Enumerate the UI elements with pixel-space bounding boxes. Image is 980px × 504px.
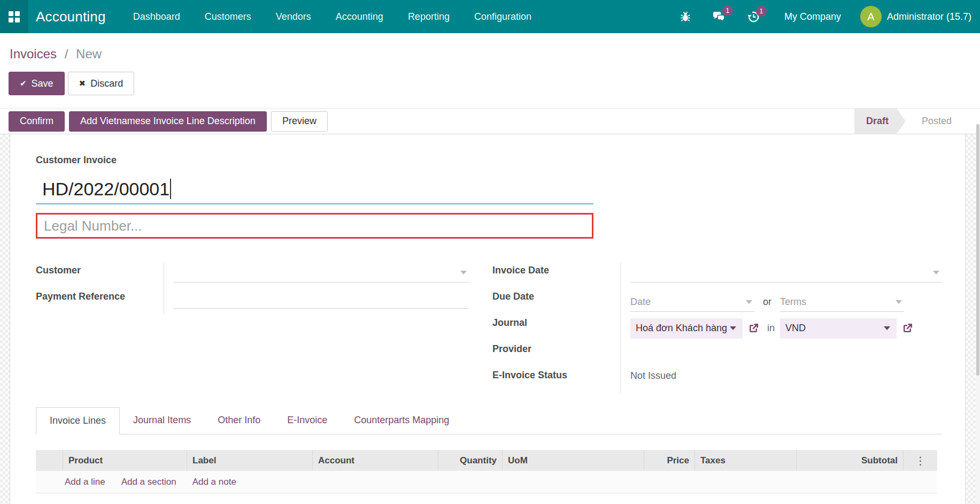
check-icon: ✔	[20, 79, 27, 88]
menu-configuration[interactable]: Configuration	[462, 0, 544, 33]
form-view: Customer Invoice HD/2022/00001 Customer …	[0, 134, 980, 504]
col-quantity: Quantity	[438, 450, 502, 471]
einvoice-status-label: E-Invoice Status	[492, 367, 621, 393]
activities-badge: 1	[756, 6, 767, 17]
due-date-placeholder: Date	[630, 296, 651, 308]
x-icon: ✖	[79, 79, 86, 88]
col-taxes: Taxes	[695, 450, 796, 471]
apps-menu-button[interactable]	[0, 0, 28, 33]
vertical-scrollbar[interactable]	[976, 124, 980, 504]
scrollbar-thumb[interactable]	[976, 124, 979, 376]
invoice-name-value: HD/2022/00001	[42, 179, 169, 199]
save-button[interactable]: ✔ Save	[9, 72, 65, 95]
menu-vendors[interactable]: Vendors	[264, 0, 323, 33]
payment-reference-label: Payment Reference	[36, 288, 164, 315]
table-header: Product Label Account Quantity UoM Price…	[36, 450, 937, 471]
journal-label: Journal	[492, 315, 621, 341]
payment-terms-input[interactable]: Terms	[780, 293, 904, 312]
chevron-down-icon	[460, 271, 467, 274]
invoice-date-input[interactable]	[630, 263, 942, 282]
activities-button[interactable]: 1	[747, 11, 760, 23]
col-account: Account	[312, 450, 438, 471]
form-sheet: Customer Invoice HD/2022/00001 Customer …	[10, 134, 966, 504]
in-label: in	[767, 323, 775, 334]
invoice-lines-table: Product Label Account Quantity UoM Price…	[36, 450, 937, 493]
breadcrumb-invoices[interactable]: Invoices	[10, 47, 57, 61]
document-type-label: Customer Invoice	[36, 155, 942, 166]
confirm-button[interactable]: Confirm	[9, 111, 65, 132]
user-menu[interactable]: Administrator (15.7)	[887, 11, 971, 22]
tab-counterparts-mapping[interactable]: Counterparts Mapping	[341, 407, 462, 434]
add-a-note-link[interactable]: Add a note	[192, 477, 236, 487]
discard-button[interactable]: ✖ Discard	[68, 72, 135, 95]
col-product: Product	[63, 450, 187, 471]
debug-button[interactable]	[680, 11, 691, 22]
text-cursor	[170, 179, 171, 199]
invoice-name-field[interactable]: HD/2022/00001	[36, 179, 593, 204]
top-navbar: Accounting Dashboard Customers Vendors A…	[0, 0, 980, 33]
state-draft[interactable]: Draft	[854, 109, 906, 134]
tab-e-invoice[interactable]: E-Invoice	[274, 407, 341, 434]
apps-grid-icon	[9, 11, 20, 22]
record-buttons: ✔ Save ✖ Discard	[9, 72, 980, 95]
messages-badge: 1	[722, 5, 733, 16]
menu-accounting[interactable]: Accounting	[323, 0, 396, 33]
chevron-down-icon	[896, 300, 902, 304]
topbar-right: 1 1 My Company A Administrator (15.7)	[669, 6, 980, 27]
payment-reference-input[interactable]	[174, 289, 469, 309]
tab-invoice-lines[interactable]: Invoice Lines	[36, 407, 120, 434]
discard-label: Discard	[90, 78, 123, 89]
einvoice-status-value: Not Issued	[621, 367, 942, 393]
chevron-down-icon	[884, 326, 890, 330]
chevron-down-icon	[730, 326, 736, 330]
chevron-down-icon	[933, 271, 939, 274]
col-price: Price	[644, 450, 695, 471]
journal-select[interactable]: Hoá đơn Khách hàng	[630, 318, 743, 339]
invoice-date-label: Invoice Date	[492, 262, 621, 288]
chevron-down-icon	[746, 300, 752, 304]
journal-value: Hoá đơn Khách hàng	[636, 323, 727, 334]
due-date-input[interactable]: Date	[630, 293, 754, 312]
add-a-section-link[interactable]: Add a section	[121, 477, 176, 487]
company-switcher[interactable]: My Company	[784, 11, 841, 22]
tab-other-info[interactable]: Other Info	[204, 407, 274, 434]
due-date-label: Due Date	[492, 288, 621, 315]
external-link-icon	[747, 322, 760, 335]
menu-dashboard[interactable]: Dashboard	[121, 0, 192, 33]
or-label: or	[763, 296, 771, 308]
tab-journal-items[interactable]: Journal Items	[120, 407, 204, 434]
table-add-row: Add a line Add a section Add a note	[36, 471, 937, 493]
preview-button[interactable]: Preview	[271, 111, 328, 132]
bug-icon	[680, 11, 691, 22]
customer-input[interactable]	[174, 263, 469, 282]
provider-value[interactable]	[621, 341, 942, 367]
app-name[interactable]: Accounting	[36, 9, 106, 25]
save-label: Save	[32, 78, 53, 89]
col-label: Label	[187, 450, 312, 471]
user-avatar[interactable]: A	[860, 6, 882, 27]
add-a-line-link[interactable]: Add a line	[65, 477, 105, 487]
notebook-tabs: Invoice Lines Journal Items Other Info E…	[36, 407, 942, 434]
breadcrumb-separator: /	[65, 47, 68, 61]
right-field-group: Invoice Date Due Date Date or Terms	[492, 262, 942, 393]
customer-label: Customer	[36, 262, 164, 288]
top-menu: Dashboard Customers Vendors Accounting R…	[121, 0, 544, 33]
provider-label: Provider	[492, 341, 621, 367]
breadcrumb: Invoices / New	[10, 46, 980, 62]
messages-button[interactable]: 1	[712, 10, 726, 23]
col-handle	[36, 450, 63, 471]
state-posted[interactable]: Posted	[906, 109, 966, 134]
col-uom: UoM	[502, 450, 644, 471]
currency-external-link-button[interactable]	[901, 322, 914, 335]
currency-value: VND	[785, 323, 806, 334]
menu-reporting[interactable]: Reporting	[396, 0, 462, 33]
control-panel: Invoices / New ✔ Save ✖ Discard	[0, 33, 980, 109]
add-vietnamese-description-button[interactable]: Add Vietnamese Invoice Line Description	[69, 111, 267, 132]
menu-customers[interactable]: Customers	[192, 0, 264, 33]
field-groups: Customer Payment Reference Invoice Date	[36, 262, 942, 393]
currency-select[interactable]: VND	[780, 318, 897, 339]
legal-number-input[interactable]	[36, 213, 593, 239]
state-pipeline: Draft Posted	[854, 109, 966, 134]
optional-columns-button[interactable]: ⋮	[903, 450, 937, 471]
journal-external-link-button[interactable]	[747, 322, 760, 335]
